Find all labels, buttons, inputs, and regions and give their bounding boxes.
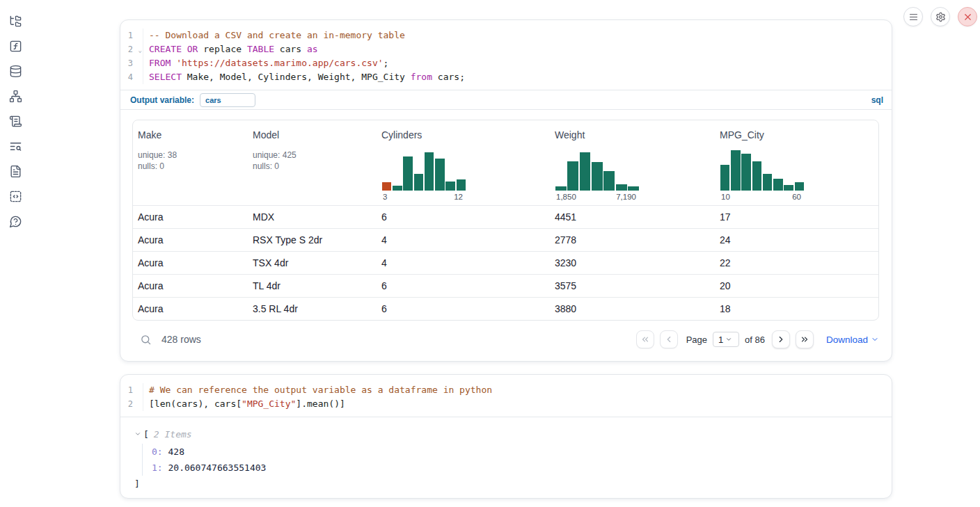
hist-bar[interactable] [616, 184, 627, 191]
sql-editor[interactable]: 1-- Download a CSV and create an in-memo… [120, 20, 892, 90]
cylinders-histogram[interactable]: 312 [381, 150, 466, 205]
hist-bar[interactable] [603, 171, 615, 191]
hist-bar[interactable] [555, 186, 567, 191]
menu-icon [908, 12, 919, 22]
notebook: 1-- Download a CSV and create an in-memo… [120, 19, 892, 499]
next-page-button[interactable] [772, 330, 790, 348]
code-line[interactable]: 4SELECT Make, Model, Cylinders, Weight, … [120, 70, 892, 84]
table-header: Make unique: 38 nulls: 0 Model unique: 4… [133, 120, 878, 205]
hist-bar[interactable] [580, 152, 591, 191]
chevron-left-icon [664, 335, 674, 344]
hist-bar[interactable] [773, 179, 783, 191]
table-row[interactable]: AcuraRSX Type S 2dr4277824 [133, 228, 878, 251]
hist-bar[interactable] [795, 182, 805, 191]
close-button[interactable] [958, 7, 977, 26]
hist-bar[interactable] [731, 150, 741, 191]
first-page-button[interactable] [636, 330, 654, 348]
code-line[interactable]: 1-- Download a CSV and create an in-memo… [120, 29, 892, 42]
table-footer: 428 rows Page 1 of 86 Download [132, 329, 879, 350]
help-bubble-icon[interactable] [8, 214, 23, 228]
text-search-icon[interactable] [8, 139, 23, 153]
search-icon [140, 334, 152, 346]
language-badge: sql [871, 95, 883, 105]
hist-bar[interactable] [457, 179, 466, 191]
last-page-button[interactable] [796, 330, 814, 348]
python-cell-output: [ 2 Items 0: 4281: 20.060747663551403 ] [120, 417, 892, 498]
hist-bar[interactable] [403, 156, 413, 191]
hist-bar[interactable] [435, 159, 445, 191]
gear-icon [935, 12, 946, 22]
code-line[interactable]: 2[len(cars), cars["MPG_City"].mean()] [120, 397, 892, 411]
chevron-down-icon [871, 335, 879, 344]
fold-chevron-icon[interactable]: ⌄ [139, 43, 142, 57]
table-row[interactable]: AcuraMDX6445117 [133, 205, 878, 228]
tree-root[interactable]: [ 2 Items [134, 427, 878, 441]
list-item: 1: 20.060747663551403 [152, 460, 878, 476]
output-variable-input[interactable] [200, 93, 255, 107]
hist-bar[interactable] [567, 161, 578, 191]
items-count: 2 Items [154, 429, 192, 440]
table-body: AcuraMDX6445117AcuraRSX Type S 2dr427782… [133, 205, 878, 320]
close-bracket: ] [134, 477, 878, 491]
row-count: 428 rows [161, 334, 201, 345]
chevrons-right-icon [800, 335, 809, 344]
line-gutter: 2 [120, 397, 143, 411]
scroll-icon[interactable] [8, 114, 23, 128]
line-gutter: 4 [120, 70, 143, 84]
column-header-cylinders[interactable]: Cylinders 312 [377, 129, 550, 205]
python-cell: 1# We can reference the output variable … [120, 374, 892, 499]
download-button[interactable]: Download [826, 335, 879, 345]
column-header-make[interactable]: Make unique: 38 nulls: 0 [133, 129, 248, 205]
hist-bar[interactable] [393, 186, 402, 191]
open-bracket: [ [143, 429, 149, 440]
menu-button[interactable] [903, 7, 923, 26]
file-tree-icon[interactable] [8, 14, 23, 28]
code-snippet-icon[interactable] [8, 189, 23, 203]
settings-button[interactable] [931, 7, 950, 26]
hist-bar[interactable] [592, 162, 603, 191]
column-header-model[interactable]: Model unique: 425 nulls: 0 [248, 129, 377, 205]
page-select[interactable]: 1 [713, 332, 739, 347]
line-gutter: 1 [120, 29, 143, 42]
line-gutter: 2⌄ [120, 42, 143, 56]
table-row[interactable]: AcuraTL 4dr6357520 [133, 274, 878, 297]
tree-items: 0: 4281: 20.060747663551403 [142, 444, 878, 476]
table-row[interactable]: AcuraTSX 4dr4323022 [133, 251, 878, 274]
database-icon[interactable] [8, 64, 23, 78]
mpg-city-histogram[interactable]: 1060 [720, 150, 805, 205]
hist-bar[interactable] [382, 182, 392, 191]
hist-bar[interactable] [720, 165, 730, 191]
hist-bar[interactable] [763, 174, 773, 191]
table-row[interactable]: Acura3.5 RL 4dr6388018 [133, 297, 878, 320]
hist-bar[interactable] [445, 182, 455, 191]
weight-histogram[interactable]: 1,8507,190 [555, 150, 640, 205]
python-editor[interactable]: 1# We can reference the output variable … [120, 375, 892, 417]
window-controls [903, 7, 977, 26]
chevron-down-icon [134, 430, 141, 437]
output-variable-row: Output variable: sql [120, 90, 892, 109]
code-line[interactable]: 2⌄CREATE OR replace TABLE cars as [120, 42, 892, 56]
document-icon[interactable] [8, 164, 23, 178]
previous-page-button[interactable] [660, 330, 678, 348]
close-icon [963, 12, 973, 22]
hist-bar[interactable] [414, 174, 424, 191]
function-square-icon[interactable] [8, 39, 23, 53]
sql-cell: 1-- Download a CSV and create an in-memo… [120, 19, 892, 362]
hist-bar[interactable] [425, 152, 434, 191]
chevrons-left-icon [640, 335, 650, 344]
chevron-right-icon [776, 335, 786, 344]
code-line[interactable]: 3FROM 'https://datasets.marimo.app/cars.… [120, 56, 892, 70]
sidebar [0, 0, 31, 228]
column-header-mpg-city[interactable]: MPG_City 1060 [715, 129, 878, 205]
hist-bar[interactable] [752, 161, 762, 191]
column-header-weight[interactable]: Weight 1,8507,190 [550, 129, 715, 205]
table-search-button[interactable] [139, 332, 152, 346]
sql-cell-output: Make unique: 38 nulls: 0 Model unique: 4… [120, 109, 892, 361]
hist-bar[interactable] [628, 186, 639, 191]
code-line[interactable]: 1# We can reference the output variable … [120, 383, 892, 397]
hist-bar[interactable] [741, 154, 751, 191]
line-gutter: 1 [120, 383, 143, 397]
data-table: Make unique: 38 nulls: 0 Model unique: 4… [132, 120, 879, 321]
dependency-graph-icon[interactable] [8, 89, 23, 103]
hist-bar[interactable] [784, 185, 793, 191]
